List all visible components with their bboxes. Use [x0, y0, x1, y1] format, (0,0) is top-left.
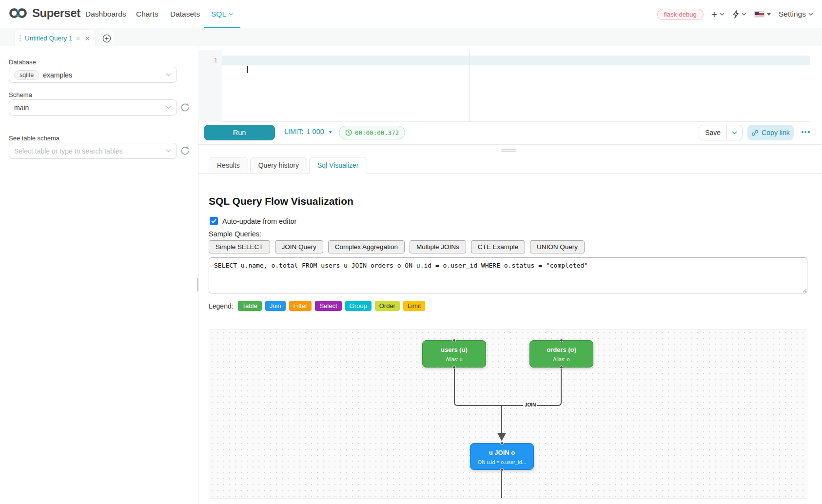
sample-query-button[interactable]: Complex Aggregation: [328, 240, 405, 253]
schema-label: Schema: [9, 91, 32, 98]
result-tab[interactable]: Sql Visualizer: [309, 157, 367, 174]
result-tab[interactable]: Results: [209, 157, 248, 174]
database-select[interactable]: sqlite examples: [9, 67, 177, 83]
nav-menu-item[interactable]: Charts: [136, 0, 158, 28]
text-cursor: [247, 66, 248, 73]
limit-label: LIMIT:: [284, 128, 303, 136]
node-subtitle: ON u.id = o.user_id...: [470, 459, 533, 465]
active-nav-underline: [204, 27, 240, 28]
sqllab-left-panel: Database sqlite examples Schema main See…: [0, 46, 198, 504]
chevron-down-icon: [166, 106, 171, 109]
save-split-button[interactable]: Save: [699, 125, 743, 140]
chevron-down-icon: [808, 13, 813, 16]
legend-label: Legend:: [209, 302, 234, 310]
flow-node[interactable]: users (u) Alias: u: [422, 340, 486, 368]
flow-node[interactable]: orders (o) Alias: o: [529, 340, 593, 368]
us-flag-icon: [754, 11, 764, 18]
plus-circle-icon: [102, 34, 111, 43]
legend-badge: Select: [315, 301, 341, 311]
flow-node[interactable]: u JOIN o ON u.id = o.user_id...: [470, 443, 534, 470]
auto-update-label: Auto-update from editor: [222, 217, 296, 225]
sidebar-divider: [0, 124, 198, 124]
brand-name: Superset: [32, 6, 80, 20]
editor-print-margin: [469, 50, 470, 122]
environment-badge: flask-debug: [657, 9, 704, 20]
visualizer-title: SQL Query Flow Visualization: [209, 195, 353, 207]
limit-dropdown[interactable]: LIMIT: 1 000 ▾: [284, 128, 332, 136]
legend-badge: Group: [345, 301, 372, 311]
language-picker[interactable]: [754, 11, 771, 18]
sample-query-button[interactable]: Multiple JOINs: [410, 240, 466, 253]
node-handle-top[interactable]: [500, 442, 504, 445]
new-item-button[interactable]: +: [711, 9, 724, 19]
sample-query-button[interactable]: CTE Example: [471, 240, 525, 253]
legend-badge: Table: [238, 301, 262, 311]
node-handle-bottom[interactable]: [500, 468, 504, 471]
top-navbar: Superset Dashboards Charts Datasets SQL …: [0, 0, 822, 28]
auto-update-checkbox[interactable]: [210, 217, 218, 225]
legend-badge: Filter: [289, 301, 312, 311]
refresh-schema-icon[interactable]: [180, 103, 190, 114]
query-search-button[interactable]: [732, 10, 746, 19]
save-button[interactable]: Save: [699, 125, 726, 140]
sample-queries-label: Sample Queries:: [209, 230, 261, 238]
south-pane-drag-handle[interactable]: [501, 149, 516, 153]
line-number: 1: [214, 56, 217, 65]
node-title: users (u): [423, 346, 486, 353]
table-select-placeholder: Select table or type to search tables: [14, 147, 123, 155]
run-button[interactable]: Run: [204, 125, 275, 140]
sample-query-button[interactable]: JOIN Query: [275, 240, 323, 253]
chevron-down-icon: [742, 13, 746, 16]
nav-menu-item[interactable]: Datasets: [170, 0, 200, 28]
sidebar-resize-handle[interactable]: [197, 278, 198, 291]
new-query-tab-button[interactable]: [99, 30, 114, 46]
panel-divider: [198, 144, 822, 145]
node-handle-bottom[interactable]: [452, 366, 456, 369]
link-icon: [751, 129, 759, 136]
table-select[interactable]: Select table or type to search tables: [9, 143, 177, 159]
caret-down-icon: [767, 13, 771, 16]
node-title: orders (o): [530, 346, 593, 353]
drag-grip-icon[interactable]: [20, 35, 21, 41]
editor-code-line[interactable]: [226, 56, 248, 65]
node-handle-bottom[interactable]: [560, 366, 563, 369]
limit-value: 1 000: [306, 128, 324, 136]
node-subtitle: Alias: u: [423, 356, 486, 362]
schema-select[interactable]: main: [9, 99, 177, 116]
database-engine-pill: sqlite: [14, 70, 39, 80]
settings-menu[interactable]: Settings: [779, 10, 813, 19]
nav-menu-item[interactable]: SQL: [211, 0, 234, 28]
visualizer-query-input[interactable]: SELECT u.name, o.total FROM users u JOIN…: [209, 257, 807, 293]
node-handle-top[interactable]: [452, 339, 456, 342]
superset-logo[interactable]: Superset: [8, 6, 80, 20]
sample-query-button[interactable]: Simple SELECT: [209, 240, 270, 253]
node-handle-top[interactable]: [560, 339, 563, 342]
node-title: u JOIN o: [470, 449, 533, 456]
sample-query-button[interactable]: UNION Query: [530, 240, 585, 253]
copy-link-button[interactable]: Copy link: [747, 125, 794, 140]
database-select-value: examples: [43, 71, 72, 79]
query-tab-strip: Untitled Query 1 ✕: [0, 28, 822, 46]
chevron-down-icon: [720, 13, 724, 16]
query-flow-canvas[interactable]: users (u) Alias: u orders (o) Alias: o u…: [209, 329, 807, 499]
save-options-caret[interactable]: [726, 125, 742, 140]
more-options-button[interactable]: [802, 131, 810, 133]
editor-toolbar: Run LIMIT: 1 000 ▾ 00:00:00.372 Save Cop…: [198, 125, 822, 140]
editor-gutter: 1: [199, 50, 222, 122]
plus-icon: +: [711, 9, 717, 19]
sqllab-main-panel: 1 Run LIMIT: 1 000 ▾ 00:00:00.372 Save C…: [198, 46, 822, 504]
lightning-icon: [732, 10, 739, 19]
refresh-tables-icon[interactable]: [180, 146, 190, 157]
legend-row: Legend: TableJoinFilterSelectGroupOrderL…: [209, 301, 425, 311]
auto-update-row: Auto-update from editor: [210, 217, 296, 225]
timer-value: 00:00:00.372: [355, 129, 399, 136]
editor-active-line: [222, 56, 810, 65]
close-tab-icon[interactable]: ✕: [84, 35, 90, 42]
visualizer-divider: [209, 318, 807, 318]
chevron-down-icon: [166, 149, 171, 153]
result-tab[interactable]: Query history: [250, 157, 307, 174]
query-tab-untitled[interactable]: Untitled Query 1 ✕: [15, 30, 95, 46]
sql-editor[interactable]: 1: [199, 50, 810, 122]
nav-menu-item[interactable]: Dashboards: [85, 0, 126, 28]
legend-badge: Order: [375, 301, 400, 311]
